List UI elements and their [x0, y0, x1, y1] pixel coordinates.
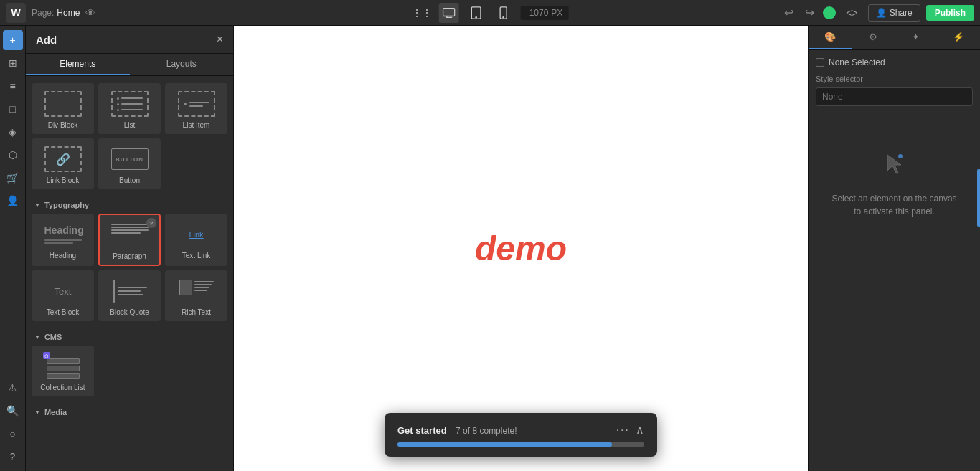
desktop-view-button[interactable] — [439, 3, 459, 23]
publish-button[interactable]: Publish — [926, 5, 974, 21]
right-panel-accent — [977, 169, 980, 227]
help-button[interactable]: ? — [3, 447, 23, 467]
element-list-label: List — [124, 121, 136, 129]
tab-elements[interactable]: Elements — [26, 54, 130, 75]
style-selector-input[interactable] — [816, 87, 973, 106]
element-link-block[interactable]: 🔗 Link Block — [32, 138, 94, 189]
cursor-icon — [880, 149, 909, 184]
text-link-icon-wrapper: Link — [176, 220, 217, 249]
tab-interactions[interactable]: ⚡ — [937, 26, 980, 49]
topbar-page-label: Page: — [32, 8, 54, 18]
element-div-block-label: Div Block — [48, 121, 78, 129]
ecommerce-button[interactable]: 🛒 — [3, 168, 23, 188]
cms-section-header[interactable]: ▼ CMS — [32, 327, 227, 346]
search-button[interactable]: 🔍 — [3, 401, 23, 421]
element-rich-text[interactable]: Rich Text — [165, 270, 227, 321]
status-indicator — [823, 6, 836, 19]
more-options-button[interactable]: ⋮⋮ — [412, 3, 432, 23]
element-button[interactable]: BUTTON Button — [98, 138, 161, 189]
panel-empty-state: Select an element on the canvas to activ… — [816, 149, 973, 218]
components-button[interactable]: ◈ — [3, 122, 23, 142]
text-block-icon-wrapper: Text — [43, 277, 83, 305]
redo-button[interactable]: ↪ — [802, 4, 817, 21]
media-section-header[interactable]: ▼ Media — [32, 402, 227, 421]
link-block-icon: 🔗 — [44, 146, 82, 172]
users-button[interactable]: 👤 — [3, 191, 23, 211]
account-button[interactable]: ○ — [3, 424, 23, 444]
typography-section-header[interactable]: ▼ Typography — [32, 195, 227, 214]
div-block-icon — [44, 91, 82, 117]
element-text-link[interactable]: Link Text Link — [165, 214, 227, 266]
panel-empty-text: Select an element on the canvas to activ… — [827, 192, 961, 218]
element-block-quote-label: Block Quote — [110, 308, 149, 316]
cms-badge: ⬡ — [43, 352, 50, 359]
rich-text-icon — [178, 278, 215, 304]
topbar-right: ↩ ↪ <> 👤 Share Publish — [781, 4, 980, 22]
button-icon-wrapper: BUTTON — [110, 145, 150, 173]
eye-icon[interactable]: 👁 — [85, 7, 95, 19]
canvas-demo-text: demo — [475, 229, 567, 268]
tab-style[interactable]: 🎨 — [809, 26, 852, 49]
media-label: Media — [44, 408, 67, 417]
element-list-item[interactable]: List Item — [165, 83, 227, 134]
element-block-quote[interactable]: Block Quote — [98, 270, 161, 321]
main-area: + ⊞ ≡ □ ◈ ⬡ 🛒 👤 ⚠ 🔍 ○ ? Add × Elements L… — [0, 26, 980, 471]
add-panel: Add × Elements Layouts Div Block — [26, 26, 234, 471]
code-view-button[interactable]: <> — [842, 6, 862, 20]
share-button[interactable]: 👤 Share — [868, 4, 920, 22]
element-div-block[interactable]: Div Block — [32, 83, 94, 134]
none-selected-checkbox — [816, 58, 824, 67]
alert-button[interactable]: ⚠ — [3, 378, 23, 398]
tooltip-icon: ? — [146, 218, 156, 228]
tab-layouts[interactable]: Layouts — [130, 54, 234, 75]
typography-arrow-icon: ▼ — [34, 202, 40, 209]
element-text-block[interactable]: Text Text Block — [32, 270, 94, 321]
add-panel-close-button[interactable]: × — [217, 33, 223, 46]
get-started-collapse-button[interactable]: ∧ — [636, 423, 644, 437]
dimension-display: 1070PX — [521, 6, 569, 20]
element-paragraph[interactable]: ? Paragraph — [98, 214, 161, 266]
topbar-page-name[interactable]: Home — [57, 8, 80, 18]
svg-point-8 — [898, 154, 903, 158]
list-icon-wrapper — [110, 90, 150, 118]
mobile-view-button[interactable] — [494, 3, 514, 23]
collection-list-icon-wrapper: ⬡ — [43, 352, 83, 381]
layers-button[interactable]: ≡ — [3, 76, 23, 96]
block-quote-icon — [111, 278, 149, 304]
element-heading[interactable]: Heading Heading — [32, 214, 94, 266]
add-element-button[interactable]: + — [3, 30, 23, 50]
tablet-view-button[interactable] — [466, 3, 486, 23]
canvas-page[interactable]: demo — [234, 26, 808, 471]
button-icon: BUTTON — [111, 148, 149, 170]
assets-button[interactable]: □ — [3, 99, 23, 119]
none-selected-row: None Selected — [816, 57, 973, 67]
list-icon — [111, 91, 149, 117]
element-rich-text-label: Rich Text — [182, 308, 211, 316]
element-heading-label: Heading — [50, 252, 76, 260]
link-block-icon-wrapper: 🔗 — [43, 145, 83, 173]
tab-effects[interactable]: ✦ — [895, 26, 938, 49]
element-list[interactable]: List — [98, 83, 161, 134]
get-started-count: 7 of 8 complete! — [456, 426, 517, 436]
undo-button[interactable]: ↩ — [781, 4, 796, 21]
element-collection-list[interactable]: ⬡ Collection List — [32, 346, 94, 396]
media-arrow-icon: ▼ — [34, 409, 40, 416]
element-button-label: Button — [119, 176, 140, 184]
paragraph-icon-wrapper — [110, 221, 150, 249]
get-started-more-button[interactable]: ··· — [616, 424, 630, 437]
list-item-icon-wrapper — [176, 90, 217, 118]
get-started-toast: Get started 7 of 8 complete! ··· ∧ — [385, 413, 657, 457]
add-panel-title: Add — [36, 34, 57, 46]
element-text-link-label: Text Link — [182, 252, 210, 260]
tab-settings[interactable]: ⚙ — [852, 26, 895, 49]
text-block-icon: Text — [44, 278, 82, 304]
element-list-item-label: List Item — [183, 121, 210, 129]
get-started-actions: ··· ∧ — [616, 423, 644, 437]
right-panel-body: None Selected Style selector Select an e… — [809, 50, 980, 471]
typography-label: Typography — [44, 201, 89, 209]
cms-arrow-icon: ▼ — [34, 334, 40, 341]
cms-button[interactable]: ⬡ — [3, 145, 23, 165]
add-panel-header: Add × — [26, 26, 233, 54]
progress-bar-background — [397, 442, 644, 447]
pages-button[interactable]: ⊞ — [3, 53, 23, 73]
